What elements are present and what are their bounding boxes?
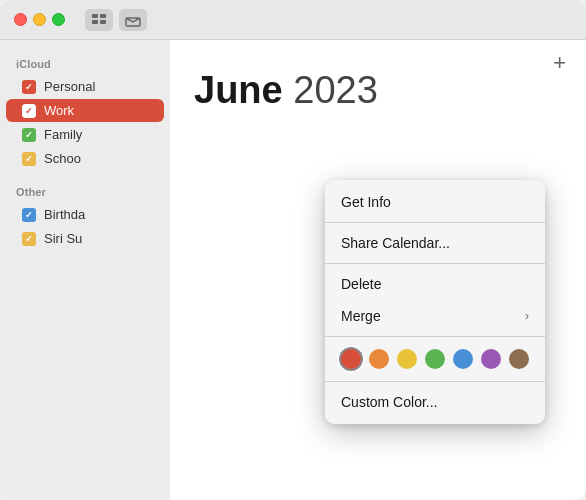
color-swatch-yellow[interactable] [397,349,417,369]
birthdays-checkbox[interactable]: ✓ [22,208,36,222]
school-label: Schoo [44,151,81,166]
grid-view-icon[interactable] [85,9,113,31]
birthdays-label: Birthda [44,207,85,222]
school-checkmark: ✓ [25,154,33,164]
color-swatch-red[interactable] [341,349,361,369]
other-section: Other ✓ Birthda ✓ Siri Su [0,180,170,250]
siri-checkbox[interactable]: ✓ [22,232,36,246]
color-swatch-blue[interactable] [453,349,473,369]
siri-label: Siri Su [44,231,82,246]
work-checkmark: ✓ [25,106,33,116]
svg-rect-0 [92,14,98,18]
personal-checkmark: ✓ [25,82,33,92]
calendar-item-personal[interactable]: ✓ Personal [6,75,164,98]
menu-item-share-calendar[interactable]: Share Calendar... [325,227,545,259]
add-event-button[interactable]: + [553,52,566,74]
menu-separator-2 [325,263,545,264]
birthdays-checkmark: ✓ [25,210,33,220]
year-label: 2023 [293,69,378,111]
color-swatch-orange[interactable] [369,349,389,369]
svg-rect-3 [100,20,106,24]
menu-separator-3 [325,336,545,337]
calendar-item-work[interactable]: ✓ Work [6,99,164,122]
menu-item-merge[interactable]: Merge › [325,300,545,332]
svg-rect-2 [92,20,98,24]
inbox-icon[interactable] [119,9,147,31]
close-button[interactable] [14,13,27,26]
sidebar: iCloud ✓ Personal ✓ Work ✓ Family [0,40,170,500]
merge-submenu-chevron: › [525,309,529,323]
title-bar [0,0,586,40]
calendar-item-birthdays[interactable]: ✓ Birthda [6,203,164,226]
menu-separator-4 [325,381,545,382]
calendar-item-school[interactable]: ✓ Schoo [6,147,164,170]
color-swatch-green[interactable] [425,349,445,369]
calendar-main: + June 2023 Get Info Share Calendar... D… [170,40,586,500]
personal-label: Personal [44,79,95,94]
calendar-item-siri[interactable]: ✓ Siri Su [6,227,164,250]
school-checkbox[interactable]: ✓ [22,152,36,166]
month-label: June [194,69,283,111]
menu-item-custom-color[interactable]: Custom Color... [325,386,545,418]
work-label: Work [44,103,74,118]
calendar-item-family[interactable]: ✓ Family [6,123,164,146]
maximize-button[interactable] [52,13,65,26]
color-swatch-brown[interactable] [509,349,529,369]
family-checkbox[interactable]: ✓ [22,128,36,142]
icloud-section-label: iCloud [0,52,170,74]
menu-item-delete[interactable]: Delete [325,268,545,300]
svg-rect-1 [100,14,106,18]
other-section-label: Other [0,180,170,202]
main-content: iCloud ✓ Personal ✓ Work ✓ Family [0,40,586,500]
color-swatches-row [325,341,545,377]
minimize-button[interactable] [33,13,46,26]
menu-item-get-info[interactable]: Get Info [325,186,545,218]
menu-separator-1 [325,222,545,223]
family-label: Family [44,127,82,142]
personal-checkbox[interactable]: ✓ [22,80,36,94]
context-menu: Get Info Share Calendar... Delete Merge … [325,180,545,424]
work-checkbox[interactable]: ✓ [22,104,36,118]
color-swatch-purple[interactable] [481,349,501,369]
siri-checkmark: ✓ [25,234,33,244]
family-checkmark: ✓ [25,130,33,140]
app-window: iCloud ✓ Personal ✓ Work ✓ Family [0,0,586,500]
month-year-heading: June 2023 [194,70,562,112]
